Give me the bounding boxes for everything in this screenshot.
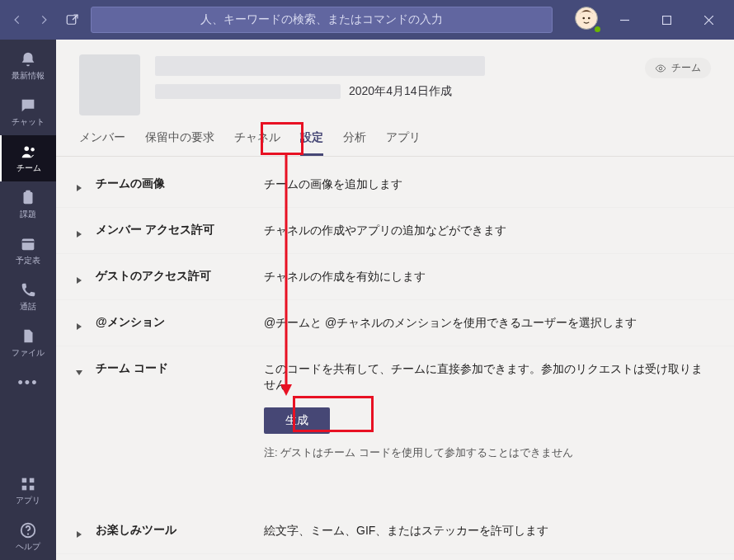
search-placeholder: 人、キーワードの検索、またはコマンドの入力 [200,12,443,27]
rail-item-assignments[interactable]: 課題 [0,181,56,228]
rail-item-help[interactable]: ヘルプ [0,514,56,560]
svg-point-9 [31,148,34,151]
rail-label: 予定表 [16,255,40,266]
nav-forward-button[interactable] [33,9,54,31]
rail-more-button[interactable]: ••• [0,366,56,399]
settings-row-label: メンバー アクセス許可 [91,223,264,238]
settings-row-team-picture[interactable]: チームの画像 チームの画像を追加します [56,162,734,208]
settings-row-member-permissions[interactable]: メンバー アクセス許可 チャネルの作成やアプリの追加などができます [56,208,734,254]
settings-row-desc: チャネルの作成を有効にします [264,270,426,283]
rail-item-chat[interactable]: チャット [0,89,56,135]
rail-label: 課題 [20,209,36,220]
tab-settings[interactable]: 設定 [300,130,323,156]
settings-row-label: ゲストのアクセス許可 [91,269,264,284]
team-created-date: 2020年4月14日作成 [349,84,452,99]
search-box[interactable]: 人、キーワードの検索、またはコマンドの入力 [91,7,553,33]
chevron-right-icon [76,272,82,279]
team-subtitle-redacted [155,84,341,99]
titlebar: 人、キーワードの検索、またはコマンドの入力 [0,0,734,40]
svg-point-23 [659,67,662,70]
window-maximize-button[interactable] [648,7,685,33]
team-visibility-pill[interactable]: チーム [645,58,711,78]
settings-row-label: お楽しみツール [91,523,264,538]
compose-button[interactable] [59,7,86,33]
tab-members[interactable]: メンバー [79,130,125,156]
profile-avatar[interactable] [575,7,601,33]
nav-back-button[interactable] [7,9,28,31]
svg-marker-24 [77,185,82,191]
main-region: 2020年4月14日作成 • • • チーム メンバー 保留中の要求 チャネル … [56,40,734,560]
rail-item-teams[interactable]: チーム [0,135,56,181]
svg-marker-26 [77,277,82,284]
svg-rect-17 [22,478,27,483]
team-code-note: 注: ゲストはチーム コードを使用して参加することはできません [264,445,711,460]
settings-row-label: チーム コード [91,361,264,376]
team-avatar-tile[interactable] [79,54,140,115]
svg-marker-28 [76,370,82,375]
settings-row-mentions[interactable]: @メンション @チームと @チャネルのメンションを使用できるユーザーを選択します [56,300,734,346]
team-header: 2020年4月14日作成 • • • チーム [56,40,734,115]
settings-row-desc: @チームと @チャネルのメンションを使用できるユーザーを選択します [264,316,637,329]
team-pill-label: チーム [671,61,701,75]
chevron-right-icon [76,226,82,233]
svg-rect-18 [30,478,35,483]
rail-label: ファイル [12,347,45,359]
svg-point-16 [31,244,33,246]
chevron-right-icon [76,526,82,533]
rail-label: ヘルプ [16,541,40,553]
chevron-right-icon [76,180,82,186]
app-rail: 最新情報 チャット チーム 課題 予定表 通話 ファイル ••• アプリ ヘルプ [0,40,56,560]
eye-icon [655,63,666,74]
generate-code-button[interactable]: 生成 [264,407,330,434]
svg-rect-5 [663,16,671,24]
window-minimize-button[interactable] [606,7,643,33]
settings-row-onenote[interactable]: OneNote スタッフ ノートブック ノートブック セクションと環境設定を管理 [56,554,734,560]
settings-row-team-code[interactable]: チーム コード このコードを共有して、チームに直接参加できます。参加のリクエスト… [56,346,734,475]
svg-marker-25 [77,231,82,238]
svg-point-2 [582,17,585,20]
tab-analytics[interactable]: 分析 [343,130,366,156]
chevron-down-icon [76,365,82,371]
settings-row-desc: このコードを共有して、チームに直接参加できます。参加のリクエストは受け取りません [264,362,703,391]
tab-pending[interactable]: 保留中の要求 [145,130,214,156]
svg-point-3 [588,17,590,20]
window-close-button[interactable] [690,7,727,33]
rail-item-apps[interactable]: アプリ [0,468,56,514]
svg-rect-11 [26,191,31,194]
settings-list: チームの画像 チームの画像を追加します メンバー アクセス許可 チャネルの作成や… [56,157,734,560]
rail-item-activity[interactable]: 最新情報 [0,43,56,89]
settings-row-label: チームの画像 [91,176,264,191]
rail-label: アプリ [16,495,40,506]
team-name-redacted [155,56,485,76]
svg-rect-19 [22,486,27,491]
settings-row-desc: 絵文字、ミーム、GIF、またはステッカーを許可します [264,524,548,537]
settings-row-label: @メンション [91,315,264,330]
svg-point-15 [28,244,30,246]
rail-label: 最新情報 [12,70,45,82]
settings-row-guest-permissions[interactable]: ゲストのアクセス許可 チャネルの作成を有効にします [56,254,734,300]
rail-label: チャット [12,116,45,128]
rail-item-calendar[interactable]: 予定表 [0,228,56,274]
rail-label: 通話 [20,301,36,313]
svg-point-8 [25,147,30,152]
svg-marker-29 [77,531,82,538]
svg-marker-27 [77,323,82,330]
presence-indicator [593,25,602,34]
settings-row-desc: チャネルの作成やアプリの追加などができます [264,224,506,237]
rail-item-files[interactable]: ファイル [0,320,56,366]
team-tabs: メンバー 保留中の要求 チャネル 設定 分析 アプリ [56,115,734,157]
svg-rect-0 [67,16,76,25]
tab-channels[interactable]: チャネル [234,130,280,156]
tab-apps[interactable]: アプリ [386,130,421,156]
settings-row-desc: チームの画像を追加します [264,177,402,191]
chevron-right-icon [76,318,82,325]
svg-point-14 [25,244,26,246]
rail-item-calls[interactable]: 通話 [0,274,56,320]
settings-row-fun-stuff[interactable]: お楽しみツール 絵文字、ミーム、GIF、またはステッカーを許可します [56,508,734,554]
svg-point-22 [27,533,29,534]
rail-label: チーム [16,162,41,174]
svg-rect-10 [24,192,33,205]
svg-rect-20 [30,486,35,491]
